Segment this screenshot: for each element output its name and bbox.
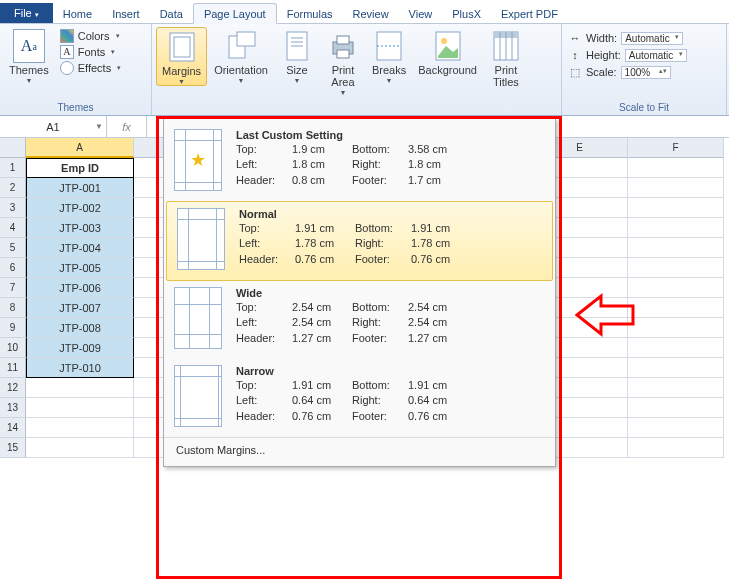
height-row[interactable]: ↕Height:Automatic▾ <box>566 47 689 63</box>
row-header[interactable]: 8 <box>0 298 26 318</box>
cell[interactable] <box>628 238 724 258</box>
tab-file[interactable]: File ▾ <box>0 3 53 23</box>
fx-button[interactable]: fx <box>107 116 147 137</box>
size-button[interactable]: Size▼ <box>275 27 319 84</box>
col-header-a[interactable]: A <box>26 138 134 158</box>
group-label-page-setup <box>156 101 557 114</box>
background-button[interactable]: Background <box>413 27 482 76</box>
cell[interactable]: JTP-003 <box>26 218 134 238</box>
row-header[interactable]: 4 <box>0 218 26 238</box>
margin-preview-icon <box>174 287 222 349</box>
group-themes: Aa Themes ▼ Colors▾ AFonts▾ Effects▾ The… <box>0 24 152 115</box>
tab-data[interactable]: Data <box>150 4 193 23</box>
group-scale-to-fit: ↔Width:Automatic▾ ↕Height:Automatic▾ ⬚Sc… <box>562 24 727 115</box>
effects-icon <box>60 61 74 75</box>
row-header[interactable]: 5 <box>0 238 26 258</box>
col-header-f[interactable]: F <box>628 138 724 158</box>
svg-point-14 <box>441 38 447 44</box>
margins-button[interactable]: Margins▼ <box>156 27 207 86</box>
margin-preview-icon <box>174 365 222 427</box>
group-label-scale: Scale to Fit <box>566 101 722 114</box>
cell[interactable]: JTP-002 <box>26 198 134 218</box>
row-header[interactable]: 1 <box>0 158 26 178</box>
row-header[interactable]: 9 <box>0 318 26 338</box>
cell[interactable] <box>26 398 134 418</box>
row-header[interactable]: 13 <box>0 398 26 418</box>
name-box[interactable]: A1▼ <box>0 116 107 137</box>
tab-page-layout[interactable]: Page Layout <box>193 3 277 24</box>
margin-option-last-custom-setting[interactable]: ★Last Custom SettingTop:1.9 cmBottom:3.5… <box>164 123 555 201</box>
group-page-setup: Margins▼ Orientation▼ Size▼ Print Area▼ … <box>152 24 562 115</box>
themes-button[interactable]: Aa Themes ▼ <box>4 27 54 84</box>
ribbon-tabs: File ▾ Home Insert Data Page Layout Form… <box>0 0 729 24</box>
cell[interactable] <box>628 418 724 438</box>
background-icon <box>432 30 464 62</box>
breaks-button[interactable]: Breaks▼ <box>367 27 411 84</box>
group-label-themes: Themes <box>4 101 147 114</box>
margin-info: WideTop:2.54 cmBottom:2.54 cmLeft:2.54 c… <box>236 287 545 349</box>
cell[interactable] <box>26 378 134 398</box>
cell[interactable]: JTP-006 <box>26 278 134 298</box>
row-header[interactable]: 12 <box>0 378 26 398</box>
custom-margins-item[interactable]: Custom Margins... <box>164 437 555 462</box>
row-header[interactable]: 11 <box>0 358 26 378</box>
tab-plusx[interactable]: PlusX <box>442 4 491 23</box>
orientation-button[interactable]: Orientation▼ <box>209 27 273 84</box>
cell[interactable]: Emp ID <box>26 158 134 178</box>
tab-home[interactable]: Home <box>53 4 102 23</box>
cell[interactable] <box>628 398 724 418</box>
cell[interactable] <box>628 438 724 458</box>
row-header[interactable]: 15 <box>0 438 26 458</box>
colors-button[interactable]: Colors▾ <box>56 29 125 43</box>
fonts-icon: A <box>60 45 74 59</box>
print-titles-button[interactable]: Print Titles <box>484 27 528 88</box>
cell[interactable] <box>628 318 724 338</box>
cell[interactable] <box>628 158 724 178</box>
cell[interactable] <box>628 198 724 218</box>
cell[interactable]: JTP-005 <box>26 258 134 278</box>
cell[interactable] <box>628 258 724 278</box>
margin-option-narrow[interactable]: NarrowTop:1.91 cmBottom:1.91 cmLeft:0.64… <box>164 359 555 437</box>
cell[interactable] <box>628 358 724 378</box>
width-icon: ↔ <box>568 31 582 45</box>
cell[interactable] <box>26 438 134 458</box>
row-header[interactable]: 10 <box>0 338 26 358</box>
cell[interactable]: JTP-009 <box>26 338 134 358</box>
cell[interactable] <box>628 378 724 398</box>
orientation-icon <box>225 30 257 62</box>
cell[interactable] <box>26 418 134 438</box>
svg-rect-3 <box>237 32 255 46</box>
cell[interactable] <box>628 298 724 318</box>
print-area-button[interactable]: Print Area▼ <box>321 27 365 96</box>
width-row[interactable]: ↔Width:Automatic▾ <box>566 30 685 46</box>
tab-formulas[interactable]: Formulas <box>277 4 343 23</box>
cell[interactable]: JTP-007 <box>26 298 134 318</box>
cell[interactable]: JTP-001 <box>26 178 134 198</box>
effects-button[interactable]: Effects▾ <box>56 61 125 75</box>
cell[interactable]: JTP-010 <box>26 358 134 378</box>
cell[interactable] <box>628 338 724 358</box>
row-header[interactable]: 2 <box>0 178 26 198</box>
cell[interactable] <box>628 218 724 238</box>
tab-view[interactable]: View <box>399 4 443 23</box>
select-all-corner[interactable] <box>0 138 26 158</box>
row-header[interactable]: 6 <box>0 258 26 278</box>
margin-option-normal[interactable]: NormalTop:1.91 cmBottom:1.91 cmLeft:1.78… <box>166 201 553 281</box>
fonts-button[interactable]: AFonts▾ <box>56 45 125 59</box>
tab-review[interactable]: Review <box>343 4 399 23</box>
cell[interactable] <box>628 178 724 198</box>
tab-expert-pdf[interactable]: Expert PDF <box>491 4 568 23</box>
margin-option-wide[interactable]: WideTop:2.54 cmBottom:2.54 cmLeft:2.54 c… <box>164 281 555 359</box>
margin-info: NarrowTop:1.91 cmBottom:1.91 cmLeft:0.64… <box>236 365 545 427</box>
tab-insert[interactable]: Insert <box>102 4 150 23</box>
cell[interactable]: JTP-008 <box>26 318 134 338</box>
row-header[interactable]: 3 <box>0 198 26 218</box>
cell[interactable]: JTP-004 <box>26 238 134 258</box>
size-icon <box>281 30 313 62</box>
cell[interactable] <box>628 278 724 298</box>
svg-rect-10 <box>337 50 349 58</box>
margins-dropdown: ★Last Custom SettingTop:1.9 cmBottom:3.5… <box>163 118 556 467</box>
row-header[interactable]: 14 <box>0 418 26 438</box>
row-header[interactable]: 7 <box>0 278 26 298</box>
scale-row[interactable]: ⬚Scale:100%▴▾ <box>566 64 673 80</box>
